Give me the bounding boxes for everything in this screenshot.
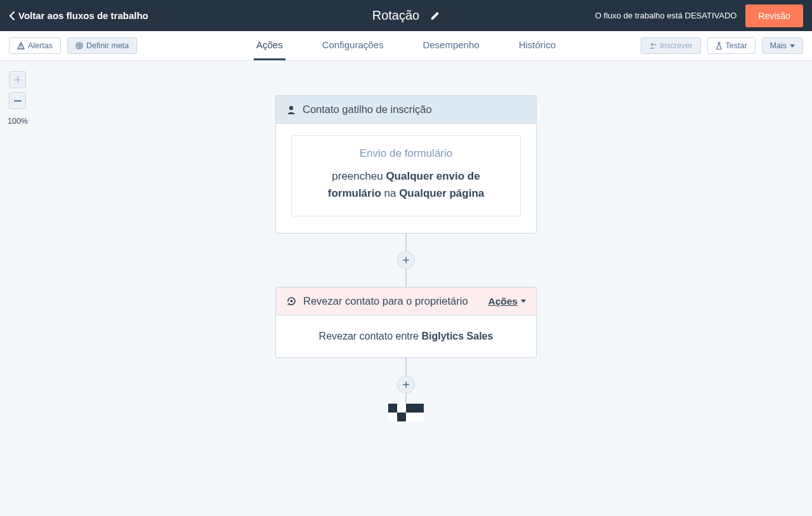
svg-point-1	[20, 47, 22, 48]
canvas: 100% Contato gatilho de inscrição Envio …	[0, 61, 812, 516]
subbar-left: Alertas Definir meta	[9, 37, 137, 54]
subbar-right: Inscrever Testar Mais	[641, 37, 803, 54]
rotate-action-card[interactable]: Revezar contato para o proprietário Açõe…	[275, 287, 537, 358]
test-button-label: Testar	[726, 41, 747, 50]
add-step-button[interactable]	[397, 376, 415, 394]
tab-actions-label: Ações	[256, 39, 283, 50]
rotate-icon	[286, 296, 297, 307]
zoom-level: 100%	[8, 117, 28, 126]
tab-settings-label: Configurações	[322, 39, 384, 50]
rotate-action-header: Revezar contato para o proprietário Açõe…	[276, 288, 536, 315]
plus-icon	[402, 381, 410, 388]
trigger-desc-bold2: Qualquer página	[399, 187, 484, 199]
rotate-action-title: Revezar contato para o proprietário	[303, 295, 468, 307]
tab-performance[interactable]: Desempenho	[420, 31, 481, 60]
connector-line	[405, 269, 407, 287]
svg-point-5	[651, 43, 653, 46]
review-button[interactable]: Revisão	[745, 4, 803, 27]
card-actions-label: Ações	[488, 296, 518, 307]
back-link-label: Voltar aos fluxos de trabalho	[18, 10, 148, 21]
zoom-controls: 100%	[8, 71, 28, 126]
connector-line	[405, 358, 407, 376]
chevron-down-icon	[790, 44, 795, 48]
chevron-left-icon	[9, 11, 15, 20]
warning-icon	[17, 42, 25, 50]
workflow-flow: Contato gatilho de inscrição Envio de fo…	[275, 95, 537, 421]
more-button[interactable]: Mais	[762, 37, 803, 54]
plus-icon	[402, 256, 410, 264]
trigger-filter-title: Envio de formulário	[306, 147, 506, 160]
more-button-label: Mais	[770, 41, 787, 50]
rotate-body-team: Biglytics Sales	[421, 331, 493, 341]
test-button[interactable]: Testar	[707, 37, 756, 54]
svg-point-7	[291, 300, 293, 303]
contact-icon	[286, 105, 296, 115]
finish-flag-icon	[388, 404, 424, 421]
workflow-title: Rotação	[372, 8, 420, 23]
tab-performance-label: Desempenho	[422, 39, 479, 50]
trigger-filter-card[interactable]: Envio de formulário preencheu Qualquer e…	[291, 135, 521, 216]
person-plus-icon	[649, 42, 657, 50]
goal-button[interactable]: Definir meta	[67, 37, 137, 54]
goal-button-label: Definir meta	[86, 41, 129, 50]
topbar-center: Rotação	[372, 8, 440, 23]
trigger-card-header: Contato gatilho de inscrição	[276, 96, 536, 124]
plus-icon	[14, 76, 22, 84]
zoom-out-button[interactable]	[9, 92, 26, 109]
trigger-desc-mid: na	[381, 187, 399, 199]
tabs: Ações Configurações Desempenho Histórico	[254, 31, 558, 60]
enroll-button-label: Inscrever	[660, 41, 692, 50]
trigger-desc-prefix: preencheu	[332, 170, 386, 182]
pencil-icon[interactable]	[429, 11, 440, 21]
topbar: Voltar aos fluxos de trabalho Rotação O …	[0, 0, 812, 31]
tab-actions[interactable]: Ações	[254, 31, 285, 60]
connector-line	[405, 394, 407, 404]
tab-settings[interactable]: Configurações	[320, 31, 386, 60]
chevron-down-icon	[521, 300, 526, 303]
subbar: Alertas Definir meta Ações Configurações…	[0, 31, 812, 61]
svg-point-4	[79, 45, 80, 46]
card-actions-menu[interactable]: Ações	[488, 296, 526, 307]
svg-point-6	[289, 106, 293, 110]
alerts-button[interactable]: Alertas	[9, 37, 61, 54]
trigger-card-body: Envio de formulário preencheu Qualquer e…	[276, 124, 536, 233]
trigger-card-title: Contato gatilho de inscrição	[303, 103, 432, 116]
topbar-right: O fluxo de trabalho está DESATIVADO Revi…	[595, 4, 803, 27]
tab-history[interactable]: Histórico	[516, 31, 558, 60]
target-icon	[75, 42, 83, 50]
minus-icon	[14, 97, 22, 105]
trigger-card[interactable]: Contato gatilho de inscrição Envio de fo…	[275, 95, 537, 234]
enroll-button: Inscrever	[641, 37, 700, 54]
add-step-button[interactable]	[397, 251, 415, 269]
alerts-button-label: Alertas	[28, 41, 53, 50]
workflow-status-text: O fluxo de trabalho está DESATIVADO	[595, 11, 737, 20]
tab-history-label: Histórico	[519, 39, 556, 50]
trigger-filter-desc: preencheu Qualquer envio de formulário n…	[306, 168, 506, 202]
rotate-action-body: Revezar contato entre Biglytics Sales	[276, 315, 536, 357]
zoom-in-button[interactable]	[9, 71, 26, 88]
rotate-body-prefix: Revezar contato entre	[319, 331, 422, 341]
back-link[interactable]: Voltar aos fluxos de trabalho	[9, 10, 148, 21]
connector-line	[405, 234, 407, 251]
flask-icon	[716, 42, 723, 50]
